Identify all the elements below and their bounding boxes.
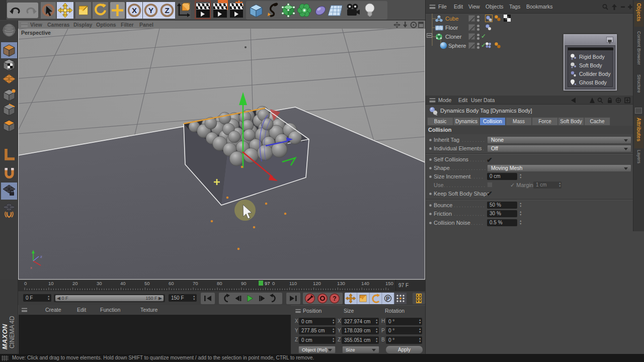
svg-text:P: P [386,296,389,302]
svg-text:30: 30 [97,281,102,286]
svg-text:40: 40 [120,281,126,286]
svg-text:z: z [40,254,42,259]
svg-text:10: 10 [48,281,54,286]
svg-text:150: 150 [385,281,393,286]
svg-text:70: 70 [193,281,198,286]
svg-text:97: 97 [265,281,270,286]
svg-text:Y: Y [148,6,153,15]
svg-text:0: 0 [272,281,275,286]
svg-text:X: X [132,6,137,15]
svg-text:120: 120 [313,281,321,286]
svg-text:Z: Z [165,6,169,15]
svg-text:90: 90 [241,281,247,286]
svg-text:x: x [30,265,32,270]
svg-text:20: 20 [72,281,78,286]
svg-text:50: 50 [144,281,150,286]
svg-text:80: 80 [217,281,222,286]
svg-text:?: ? [333,295,336,302]
svg-text:110: 110 [289,281,297,286]
svg-text:140: 140 [361,281,369,286]
svg-text:0: 0 [24,281,27,286]
svg-text:130: 130 [337,281,345,286]
svg-text:60: 60 [169,281,174,286]
